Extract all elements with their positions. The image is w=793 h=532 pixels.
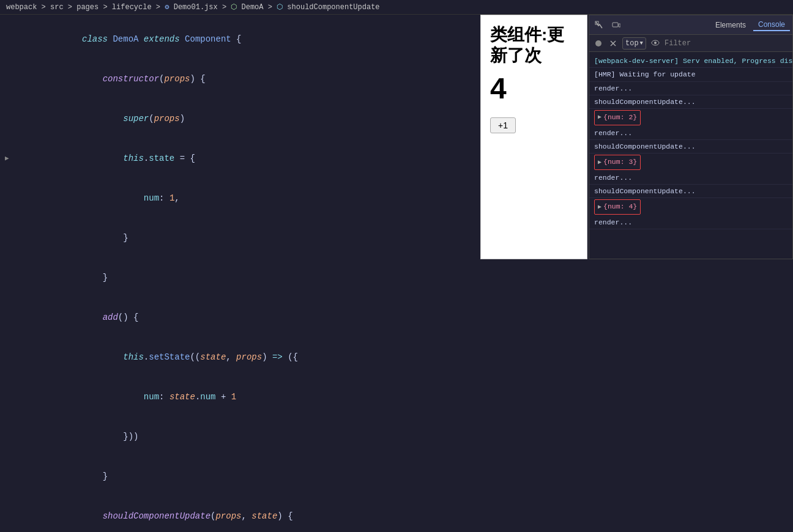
devtools-console: [webpack-dev-server] Serv enabled, Progr… <box>589 52 792 259</box>
dropdown-arrow-icon: ▼ <box>640 40 643 46</box>
record-button[interactable] <box>593 38 604 49</box>
preview-count: 4 <box>490 72 578 105</box>
svg-point-7 <box>654 42 657 44</box>
console-line-scu1: shouldComponentUpdate... <box>589 95 792 109</box>
line-content: add() { <box>31 298 793 338</box>
line-content: } <box>31 457 793 497</box>
line-content: shouldComponentUpdate(props, state) { <box>31 497 793 532</box>
clear-console-button[interactable] <box>608 38 619 49</box>
console-line-scu3: shouldComponentUpdate... <box>589 185 792 198</box>
console-line-render3: render... <box>589 171 792 185</box>
console-obj-text: {num: 2} <box>603 111 637 124</box>
hide-network-button[interactable] <box>650 38 661 49</box>
code-line-12: } <box>0 457 793 497</box>
console-line-webpack: [webpack-dev-server] Serv enabled, Progr… <box>589 54 792 68</box>
console-line-render4: render... <box>589 216 792 229</box>
preview-content: 类组件:更新了次 4 +1 <box>481 15 587 142</box>
code-line-8: add() { <box>0 298 793 338</box>
preview-plus-button[interactable]: +1 <box>490 117 516 133</box>
tab-console[interactable]: Console <box>753 19 790 31</box>
inspect-element-button[interactable] <box>592 18 606 32</box>
console-line-hmr: [HMR] Waiting for update <box>589 68 792 81</box>
responsive-mode-button[interactable] <box>609 18 624 32</box>
console-line-render1: render... <box>589 82 792 95</box>
code-line-11: })) <box>0 418 793 457</box>
devtools-second-bar: top ▼ Filter <box>589 35 792 52</box>
filter-label: Filter <box>665 39 789 48</box>
svg-point-3 <box>595 40 601 46</box>
preview-title: 类组件:更新了次 <box>490 24 578 65</box>
console-obj-4[interactable]: ▶ {num: 4} <box>589 198 792 216</box>
code-line-13: shouldComponentUpdate(props, state) { <box>0 497 793 532</box>
breadcrumb-text: webpack > src > pages > lifecycle > ⚙ De… <box>6 3 380 12</box>
console-obj-text: {num: 3} <box>603 156 637 169</box>
devtools-toolbar: Elements Console <box>589 15 792 35</box>
code-line-10: num: state.num + 1 <box>0 378 793 418</box>
line-arrow: ▶ <box>5 153 13 164</box>
line-content: } <box>31 258 793 298</box>
preview-window: 类组件:更新了次 4 +1 <box>480 15 587 259</box>
console-obj-3[interactable]: ▶ {num: 3} <box>589 153 792 171</box>
console-obj-2[interactable]: ▶ {num: 2} <box>589 109 792 127</box>
line-content: this.setState((state, props) => ({ <box>31 338 793 378</box>
svg-rect-1 <box>612 23 618 27</box>
line-content: })) <box>31 418 793 457</box>
code-line-9: this.setState((state, props) => ({ <box>0 338 793 378</box>
top-label: top <box>625 39 639 48</box>
console-line-render2: render... <box>589 127 792 140</box>
breadcrumb: webpack > src > pages > lifecycle > ⚙ De… <box>0 0 793 15</box>
tab-elements[interactable]: Elements <box>710 20 751 31</box>
line-content: num: state.num + 1 <box>31 378 793 418</box>
svg-rect-2 <box>619 24 620 27</box>
main-layout: class DemoA extends Component { construc… <box>0 15 793 532</box>
code-line-7: } <box>0 258 793 298</box>
console-obj-text: {num: 4} <box>603 201 637 213</box>
console-line-scu2: shouldComponentUpdate... <box>589 140 792 153</box>
devtools-panel: Elements Console top ▼ Filter <box>589 15 793 259</box>
top-dropdown[interactable]: top ▼ <box>622 37 646 50</box>
